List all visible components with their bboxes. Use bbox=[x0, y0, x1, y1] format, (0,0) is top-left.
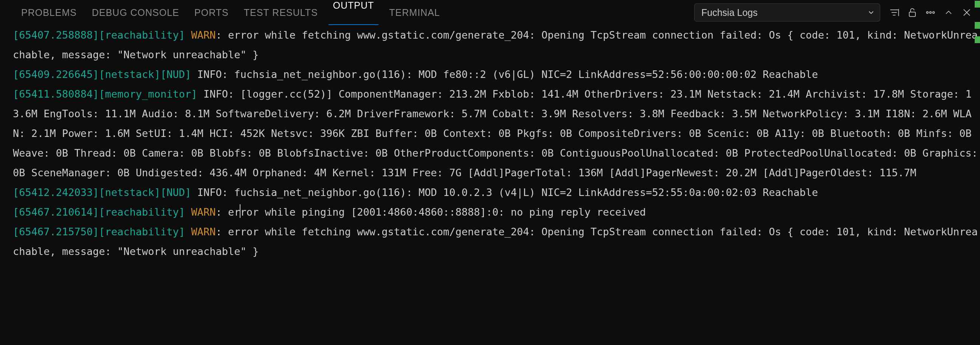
log-line: [65412.242033][netstack][NUD] INFO: fuch… bbox=[13, 187, 818, 198]
svg-point-5 bbox=[927, 12, 929, 14]
log-tag: [memory_monitor] bbox=[99, 88, 197, 100]
log-message: : fuchsia_net_neighbor.go(116): MOD 10.0… bbox=[222, 187, 818, 198]
output-log-area[interactable]: [65407.258888][reachability] WARN: error… bbox=[0, 26, 980, 261]
tab-label: TERMINAL bbox=[389, 7, 440, 18]
log-line: [65407.258888][reachability] WARN: error… bbox=[13, 29, 978, 61]
log-level-warn: WARN bbox=[191, 226, 215, 238]
log-timestamp: [65409.226645] bbox=[13, 69, 99, 80]
log-tag: [netstack][NUD] bbox=[99, 69, 191, 80]
log-message: ror while pinging [2001:4860:4860::8888]… bbox=[240, 206, 646, 218]
more-actions-icon[interactable] bbox=[922, 4, 939, 21]
log-message: : fuchsia_net_neighbor.go(116): MOD fe80… bbox=[222, 69, 818, 80]
log-tag: [reachability] bbox=[99, 226, 185, 238]
close-panel-icon[interactable] bbox=[958, 4, 975, 21]
log-timestamp: [65467.215750] bbox=[13, 226, 99, 238]
tab-test-results[interactable]: TEST RESULTS bbox=[236, 0, 326, 25]
tab-label: PORTS bbox=[194, 7, 229, 18]
svg-rect-4 bbox=[909, 12, 915, 17]
active-tab-underline bbox=[329, 24, 379, 25]
log-timestamp: [65467.210614] bbox=[13, 206, 99, 218]
scroll-overview-ruler bbox=[975, 0, 980, 345]
scroll-mark bbox=[975, 36, 980, 43]
tab-label: TEST RESULTS bbox=[244, 7, 318, 18]
log-timestamp: [65411.580884] bbox=[13, 88, 99, 100]
log-level-info: INFO bbox=[197, 187, 222, 198]
chevron-down-icon bbox=[867, 8, 875, 17]
scroll-mark bbox=[975, 22, 980, 29]
tab-output[interactable]: OUTPUT bbox=[326, 0, 382, 25]
scrollbar[interactable] bbox=[975, 0, 980, 345]
tab-label: PROBLEMS bbox=[21, 7, 77, 18]
filter-icon[interactable] bbox=[886, 4, 903, 21]
tab-debug-console[interactable]: DEBUG CONSOLE bbox=[84, 0, 187, 25]
log-tag: [reachability] bbox=[99, 29, 185, 41]
svg-point-6 bbox=[930, 12, 932, 14]
scroll-mark bbox=[975, 1, 980, 8]
log-tag: [reachability] bbox=[99, 206, 185, 218]
log-line: [65409.226645][netstack][NUD] INFO: fuch… bbox=[13, 69, 818, 80]
panel-actions bbox=[886, 4, 975, 21]
log-level-warn: WARN bbox=[191, 206, 215, 218]
log-message: : er bbox=[215, 206, 240, 218]
panel-tabs: PROBLEMS DEBUG CONSOLE PORTS TEST RESULT… bbox=[0, 0, 448, 25]
tab-label: DEBUG CONSOLE bbox=[92, 7, 179, 18]
log-line: [65467.215750][reachability] WARN: error… bbox=[13, 226, 978, 257]
log-message: : [logger.cc(52)] ComponentManager: 213.… bbox=[13, 88, 980, 179]
log-line: [65467.210614][reachability] WARN: error… bbox=[13, 206, 646, 218]
tab-ports[interactable]: PORTS bbox=[187, 0, 236, 25]
log-line: [65411.580884][memory_monitor] INFO: [lo… bbox=[13, 88, 980, 179]
tab-problems[interactable]: PROBLEMS bbox=[14, 0, 84, 25]
log-timestamp: [65412.242033] bbox=[13, 187, 99, 198]
dropdown-selected-label: Fuchsia Logs bbox=[702, 7, 758, 18]
svg-point-7 bbox=[933, 12, 935, 14]
output-channel-dropdown[interactable]: Fuchsia Logs bbox=[694, 3, 880, 22]
tab-label: OUTPUT bbox=[333, 0, 374, 11]
log-tag: [netstack][NUD] bbox=[99, 187, 191, 198]
chevron-up-icon[interactable] bbox=[940, 4, 957, 21]
log-level-info: INFO bbox=[204, 88, 228, 100]
tab-terminal[interactable]: TERMINAL bbox=[382, 0, 447, 25]
log-level-info: INFO bbox=[197, 69, 222, 80]
lock-open-icon[interactable] bbox=[904, 4, 921, 21]
log-timestamp: [65407.258888] bbox=[13, 29, 99, 41]
log-level-warn: WARN bbox=[191, 29, 215, 41]
panel-tabbar: PROBLEMS DEBUG CONSOLE PORTS TEST RESULT… bbox=[0, 0, 980, 26]
